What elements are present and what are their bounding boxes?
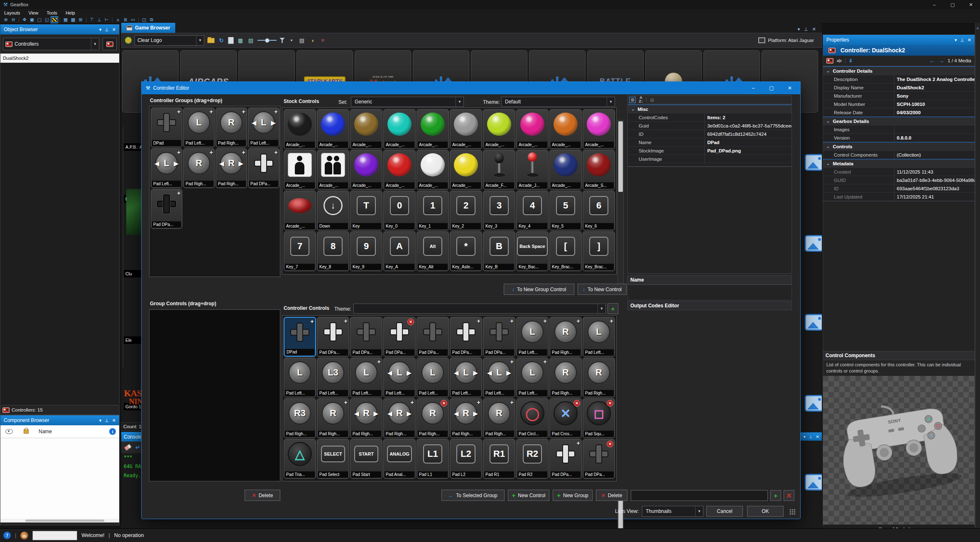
- stock-tile[interactable]: Alt Key_Alt: [416, 231, 449, 271]
- stock-tile[interactable]: 1 Key_1: [416, 191, 449, 231]
- stock-tile[interactable]: Arcade_...: [284, 191, 316, 231]
- marble-icon[interactable]: ◑: [309, 37, 316, 44]
- stock-tile[interactable]: Arcade_S...: [583, 150, 615, 190]
- lock-icon[interactable]: [24, 429, 29, 434]
- theme-combo[interactable]: Default▼: [501, 97, 615, 107]
- menu-icon[interactable]: ≡: [977, 26, 979, 528]
- control-tile[interactable]: R Pad Righ...: [350, 398, 382, 438]
- stock-tile[interactable]: Arcade_...: [284, 109, 316, 149]
- return-icon[interactable]: ↵: [135, 444, 140, 451]
- set-combo[interactable]: Generic▼: [351, 97, 464, 107]
- stock-tile[interactable]: Arcade_...: [284, 150, 316, 190]
- toolbar-icon[interactable]: [51, 17, 58, 23]
- stock-tile[interactable]: 4 Key_4: [516, 191, 549, 231]
- property-row[interactable]: ⌄Controller Details: [823, 66, 975, 75]
- toolbar-icon[interactable]: ⧉: [148, 17, 155, 23]
- control-tile[interactable]: L2 Pad L2: [450, 439, 482, 479]
- toolbar-icon[interactable]: [60, 17, 60, 22]
- stock-tile[interactable]: Arcade_...: [483, 109, 515, 149]
- stock-tile[interactable]: ] Key_Brac...: [583, 231, 615, 271]
- ok-button[interactable]: OK: [747, 506, 784, 517]
- new-group-button[interactable]: +New Group: [553, 490, 593, 501]
- property-row[interactable]: Version 0.8.0.0: [823, 134, 975, 142]
- stock-tile[interactable]: Arcade_...: [583, 109, 615, 149]
- logo-mode-icon[interactable]: [125, 37, 132, 44]
- new-control-button[interactable]: +New Control: [508, 490, 549, 501]
- dialog-close-button[interactable]: ✕: [784, 85, 796, 91]
- control-tile[interactable]: R Pad Righ...: [549, 358, 582, 397]
- stock-tile[interactable]: Arcade_...: [416, 150, 449, 190]
- object-list-item-selected[interactable]: DualShock2: [0, 54, 119, 63]
- object-type-combo[interactable]: Controllers ▼: [3, 38, 99, 50]
- stock-tile[interactable]: T Key: [350, 191, 382, 231]
- toolbar-icon[interactable]: ▭: [130, 17, 136, 23]
- option-icon[interactable]: ▤: [298, 37, 306, 44]
- maximize-button[interactable]: ▢: [943, 0, 962, 9]
- pin-icon[interactable]: ⊥: [105, 418, 109, 423]
- to-new-group-control-button[interactable]: ↓To New Group Control: [504, 284, 574, 295]
- menu-item[interactable]: Help: [61, 9, 79, 16]
- dropdown-icon[interactable]: ▾: [798, 27, 800, 32]
- stock-tile[interactable]: 6 Key_6: [583, 191, 615, 231]
- stock-tile[interactable]: Arcade_...: [549, 150, 582, 190]
- stock-tile[interactable]: Arcade_...: [350, 150, 382, 190]
- stock-tile[interactable]: Arcade_...: [383, 109, 416, 149]
- control-tile[interactable]: + Pad DPa...: [483, 317, 515, 357]
- toolbar-icon[interactable]: ⊞: [77, 17, 84, 23]
- component-list[interactable]: [0, 438, 119, 519]
- property-row[interactable]: Control Components (Collection): [823, 151, 975, 159]
- properties-header[interactable]: Properties ▾ ⊥ ✕: [823, 35, 975, 45]
- property-row[interactable]: Images: [823, 125, 975, 134]
- toolbar-icon[interactable]: [19, 17, 19, 22]
- stock-tile[interactable]: Arcade_...: [450, 109, 482, 149]
- toolbar-icon[interactable]: ◫: [141, 17, 147, 23]
- cancel-button[interactable]: Cancel: [706, 506, 743, 517]
- group-tile[interactable]: + L Pad Left...: [248, 108, 279, 147]
- property-row[interactable]: ControlCodes Items: 2: [628, 113, 791, 122]
- property-row[interactable]: Created 11/12/2025 11:43: [823, 168, 975, 176]
- close-icon[interactable]: ✕: [812, 27, 816, 32]
- control-tile[interactable]: + L Pad Left...: [516, 317, 549, 357]
- stock-tile[interactable]: Arcade_...: [383, 150, 416, 190]
- control-tile[interactable]: + R Pad Righ...: [383, 398, 416, 438]
- save-media-icon[interactable]: ⇓: [849, 58, 853, 64]
- control-tile[interactable]: L Pad Left...: [284, 358, 316, 397]
- cc-theme-combo[interactable]: ▼: [353, 304, 606, 314]
- grid-view-icon[interactable]: ▦: [237, 37, 244, 44]
- property-row[interactable]: Last Updated 17/12/2025 21:41: [823, 193, 975, 201]
- group-tile[interactable]: + R Pad Righ...: [216, 108, 247, 147]
- open-folder-icon[interactable]: [207, 38, 215, 43]
- next-media-icon[interactable]: →: [938, 57, 944, 64]
- dropdown-icon[interactable]: ▾: [955, 37, 957, 43]
- control-tile[interactable]: + DPad: [284, 317, 316, 357]
- close-icon[interactable]: ✕: [816, 434, 819, 439]
- stock-tile[interactable]: Arcade_...: [450, 150, 482, 190]
- control-tile[interactable]: + R Pad Righ...: [483, 398, 515, 438]
- stock-tile[interactable]: Arcade_...: [317, 150, 349, 190]
- toolbar-icon[interactable]: [86, 17, 86, 22]
- remove-code-button[interactable]: ✕: [784, 490, 794, 501]
- control-tile[interactable]: + Pad DPa...: [549, 439, 582, 479]
- stock-tile[interactable]: ↓ Down: [317, 191, 349, 231]
- group-tile[interactable]: + DPad: [151, 108, 182, 147]
- stock-tile[interactable]: [ Key_Brac...: [549, 231, 582, 271]
- stock-tile[interactable]: B Key_B: [483, 231, 515, 271]
- menu-item[interactable]: View: [24, 9, 43, 16]
- toolbar-icon[interactable]: ⊤: [88, 17, 95, 23]
- property-row[interactable]: Release Date 04/03/2000: [823, 108, 975, 117]
- dialog-minimize-button[interactable]: –: [747, 85, 760, 91]
- control-tile[interactable]: L Pad Left...: [450, 358, 482, 397]
- group-tile[interactable]: + R Pad Righ...: [183, 148, 215, 188]
- clear-console-icon[interactable]: [124, 444, 132, 451]
- toolbar-icon[interactable]: [138, 17, 139, 22]
- control-tile[interactable]: + R Pad Righ...: [450, 398, 482, 438]
- control-tile[interactable]: Pad DPa...: [416, 317, 449, 357]
- menu-item[interactable]: Tools: [42, 9, 61, 16]
- pin-icon[interactable]: ⊥: [960, 37, 964, 43]
- visibility-icon[interactable]: [5, 429, 13, 434]
- close-icon[interactable]: ✕: [112, 27, 116, 32]
- stock-scrollbar[interactable]: [617, 120, 624, 288]
- stock-tile[interactable]: 3 Key_3: [483, 191, 515, 231]
- toolbar-icon[interactable]: ✥: [21, 17, 28, 23]
- control-tile[interactable]: + R Pad Righ...: [317, 398, 349, 438]
